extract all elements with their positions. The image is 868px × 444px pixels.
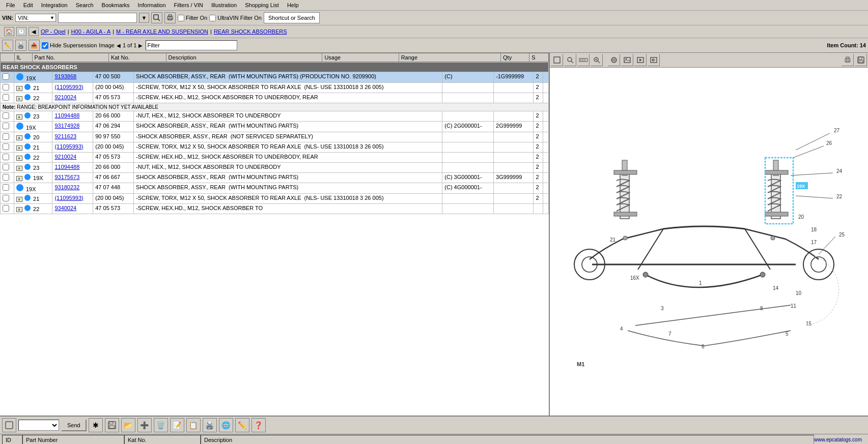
part-number-link[interactable]: 9211623 — [54, 133, 76, 139]
menu-help[interactable]: Help — [283, 1, 303, 9]
table-row[interactable]: 19X 93180232 47 07 448 SHOCK ABSORBER, A… — [1, 183, 549, 194]
diagram-ruler-icon[interactable] — [577, 54, 590, 66]
row-checkbox[interactable] — [3, 84, 9, 91]
diagram-back-icon[interactable] — [648, 54, 660, 66]
breadcrumb-rear-shock[interactable]: REAR SHOCK ABSORBERS — [214, 28, 287, 35]
part-number-link[interactable]: 93175673 — [54, 174, 79, 180]
row-checkbox[interactable] — [3, 184, 9, 191]
menu-edit[interactable]: Edit — [19, 1, 37, 9]
diagram-select-icon[interactable] — [551, 54, 563, 66]
diagram-globe-icon[interactable] — [608, 54, 620, 66]
filter-input[interactable] — [146, 40, 237, 50]
image-prev-button[interactable]: ◀ — [116, 43, 122, 48]
part-number-link[interactable]: 9210024 — [54, 154, 76, 160]
row-checkbox[interactable] — [3, 164, 9, 170]
table-row[interactable]: ≡ 20 9211623 90 97 550 -SHOCK ABSORBER, … — [1, 132, 549, 142]
table-row[interactable]: ≡ 22 9210024 47 05 573 -SCREW, HEX.HD., … — [1, 93, 549, 103]
menu-integration[interactable]: Integration — [37, 1, 72, 9]
part-number-link[interactable]: 9210024 — [54, 94, 76, 100]
row-checkbox[interactable] — [3, 143, 9, 150]
part-number-link[interactable]: (11095993) — [54, 195, 83, 201]
row-checkbox[interactable] — [3, 123, 9, 129]
help-icon[interactable]: ❓ — [251, 418, 266, 432]
menu-bookmarks[interactable]: Bookmarks — [98, 1, 134, 9]
menu-filters-vin[interactable]: Filters / VIN — [170, 1, 207, 9]
clipboard-icon[interactable]: 📋 — [186, 418, 201, 432]
diagram-content[interactable]: 27 26 24 19X 22 25 — [550, 68, 868, 416]
pencil-icon[interactable]: ✏️ — [235, 418, 249, 432]
table-row[interactable]: ≡ 21 (11095993) (20 00 045) -SCREW, TORX… — [1, 194, 549, 204]
row-checkbox[interactable] — [3, 205, 9, 212]
breadcrumb-h00[interactable]: H00 - AGILA - A — [71, 28, 111, 35]
plus-icon[interactable]: ➕ — [137, 418, 152, 432]
part-number-link[interactable]: 11094488 — [54, 164, 79, 170]
add-to-list-icon[interactable] — [2, 418, 16, 432]
s — [543, 132, 548, 142]
menu-search[interactable]: Search — [72, 1, 98, 9]
table-row[interactable]: ≡ 22 9210024 47 05 573 -SCREW, HEX.HD., … — [1, 153, 549, 163]
breadcrumb-op-opel[interactable]: OP - Opel — [41, 28, 66, 35]
vin-search-icon[interactable] — [151, 12, 162, 23]
table-row[interactable]: ≡ 23 11094488 20 66 000 -NUT, HEX., M12,… — [1, 111, 549, 122]
print2-icon[interactable]: 🖨️ — [15, 40, 26, 51]
quantity-select[interactable] — [18, 420, 59, 431]
table-row[interactable]: 19X 93174928 47 06 294 SHOCK ABSORBER, A… — [1, 122, 549, 132]
folder-icon[interactable]: 📂 — [121, 418, 135, 432]
part-number-link[interactable]: 93180232 — [54, 184, 79, 190]
vin-dropdown-button[interactable]: ▼ — [139, 13, 149, 23]
part-number-link[interactable]: 9193868 — [54, 73, 76, 79]
part-number-link[interactable]: (11095993) — [54, 84, 83, 90]
ultravin-filter-checkbox[interactable]: UltraVIN Filter On — [209, 15, 262, 21]
back-arrow-icon[interactable]: ◀ — [29, 27, 39, 36]
diagram-zoom-icon[interactable] — [591, 54, 603, 66]
delete-icon[interactable]: 🗑️ — [154, 418, 168, 432]
print-icon[interactable] — [164, 12, 176, 23]
diagram-save-icon[interactable] — [855, 54, 867, 66]
globe-icon[interactable]: 🌐 — [219, 418, 233, 432]
edit-icon[interactable]: ✏️ — [2, 40, 13, 51]
row-checkbox[interactable] — [3, 154, 9, 160]
menu-file[interactable]: File — [2, 1, 19, 9]
row-checkbox[interactable] — [3, 73, 9, 80]
svg-rect-5 — [554, 57, 560, 63]
image-next-button[interactable]: ▶ — [137, 43, 144, 48]
row-checkbox[interactable] — [3, 94, 9, 101]
row-checkbox[interactable] — [3, 112, 9, 119]
table-row[interactable]: ≡ 21 (11095993) (20 00 045) -SCREW, TORX… — [1, 142, 549, 153]
part-number-link[interactable]: 11094488 — [54, 112, 79, 119]
menu-shopping-list[interactable]: Shopping List — [241, 1, 283, 9]
save-icon[interactable] — [105, 418, 119, 432]
send-button[interactable]: Send — [61, 419, 87, 431]
row-checkbox[interactable] — [3, 133, 9, 140]
print3-icon[interactable]: 🖨️ — [203, 418, 217, 432]
table-row[interactable]: ≡ 21 (11095993) (20 00 045) -SCREW, TORX… — [1, 83, 549, 93]
diagram-play-icon[interactable] — [634, 54, 647, 66]
export-icon[interactable]: 📤 — [29, 40, 40, 51]
clock-icon[interactable]: 🕐 — [16, 27, 26, 36]
edit2-icon[interactable]: 📝 — [170, 418, 184, 432]
diagram-print-icon[interactable] — [842, 54, 854, 66]
menu-information[interactable]: Information — [134, 1, 170, 9]
shortcut-search-button[interactable]: Shortcut or Search — [264, 12, 320, 23]
table-row[interactable]: ≡ 22 9340024 47 05 573 -SCREW, HEX.HD., … — [1, 204, 549, 214]
table-row[interactable]: ≡ 19X 93175673 47 06 667 SHOCK ABSORBER,… — [1, 173, 549, 183]
table-row[interactable]: ≡ 23 11094488 20 66 000 -NUT, HEX., M12,… — [1, 163, 549, 173]
vin-select-dropdown[interactable]: VIN: ▼ — [15, 14, 56, 22]
diagram-image-icon[interactable] — [621, 54, 633, 66]
row-checkbox[interactable] — [3, 195, 9, 201]
part-number-link[interactable]: 9340024 — [54, 205, 76, 211]
part-number-link[interactable]: (11095993) — [54, 143, 83, 150]
filter-on-checkbox[interactable]: Filter On — [178, 15, 207, 21]
row-checkbox[interactable] — [3, 174, 9, 181]
menu-illustration[interactable]: Illustration — [207, 1, 241, 9]
vin-input[interactable] — [58, 13, 137, 23]
home-icon[interactable]: 🏠 — [4, 27, 14, 36]
parts-table-scroll[interactable]: REAR SHOCK ABSORBERS 19X 9193868 47 00 5… — [0, 62, 549, 416]
asterisk-icon[interactable]: ✱ — [89, 418, 103, 432]
hide-supersession-checkbox[interactable]: Hide Supersession — [42, 42, 97, 49]
part-number-link[interactable]: 93174928 — [54, 123, 79, 129]
breadcrumb-m-rear[interactable]: M - REAR AXLE AND SUSPENSION — [116, 28, 208, 35]
col-range-header: Range — [399, 53, 500, 62]
table-row[interactable]: 19X 9193868 47 00 500 SHOCK ABSORBER, AS… — [1, 72, 549, 83]
diagram-search-icon[interactable] — [564, 54, 576, 66]
